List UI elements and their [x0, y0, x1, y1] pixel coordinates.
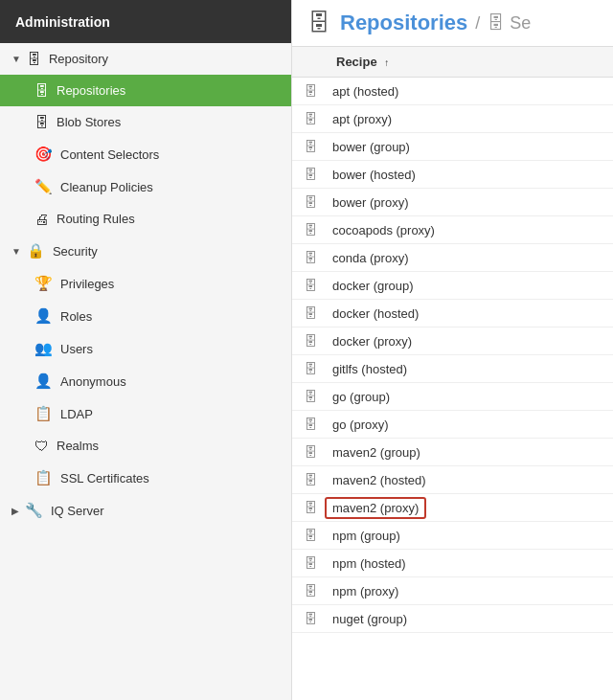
row-db-icon: 🗄	[292, 133, 325, 161]
row-name: docker (group)	[325, 272, 613, 300]
row-name: docker (hosted)	[325, 300, 613, 327]
sidebar-item-cleanup-policies[interactable]: ✏️ Cleanup Policies	[0, 170, 291, 203]
table-row[interactable]: 🗄docker (group)	[292, 272, 613, 300]
row-db-icon: 🗄	[292, 105, 325, 133]
table-row[interactable]: 🗄docker (proxy)	[292, 327, 613, 355]
security-section-label: Security	[53, 244, 98, 259]
breadcrumb-sub: 🗄 Se	[488, 13, 531, 34]
row-db-icon: 🗄	[292, 300, 325, 327]
table-row[interactable]: 🗄gitlfs (hosted)	[292, 355, 613, 383]
sidebar-item-anonymous[interactable]: 👤 Anonymous	[0, 365, 291, 397]
sidebar-item-realms[interactable]: 🛡 Realms	[0, 430, 291, 462]
sidebar-item-routing-rules[interactable]: 🖨 Routing Rules	[0, 203, 291, 235]
table-row[interactable]: 🗄go (proxy)	[292, 411, 613, 439]
sidebar-item-repositories[interactable]: 🗄 Repositories	[0, 75, 291, 106]
security-arrow-icon: ▼	[11, 246, 21, 257]
table-row[interactable]: 🗄maven2 (proxy)	[292, 494, 613, 522]
table-row[interactable]: 🗄apt (proxy)	[292, 105, 613, 133]
table-row[interactable]: 🗄bower (hosted)	[292, 161, 613, 189]
sidebar-item-roles[interactable]: 👤 Roles	[0, 300, 291, 332]
row-db-icon: 🗄	[292, 411, 325, 439]
table-row[interactable]: 🗄npm (proxy)	[292, 577, 613, 605]
sidebar-section-security[interactable]: ▼ 🔒 Security	[0, 235, 291, 267]
row-db-icon: 🗄	[292, 577, 325, 605]
table-row[interactable]: 🗄nuget (group)	[292, 605, 613, 633]
main-content: 🗄 Repositories / 🗄 Se Recipe ↑ 🗄apt (hos…	[292, 0, 613, 700]
row-name: npm (proxy)	[325, 577, 613, 605]
row-db-icon: 🗄	[292, 161, 325, 189]
sidebar-item-roles-label: Roles	[60, 309, 92, 324]
ssl-certificates-icon: 📋	[34, 469, 53, 486]
row-name: nuget (group)	[325, 605, 613, 633]
row-name: gitlfs (hosted)	[325, 355, 613, 383]
row-db-icon: 🗄	[292, 522, 325, 550]
row-name: bower (group)	[325, 133, 613, 161]
table-row[interactable]: 🗄npm (group)	[292, 522, 613, 550]
sidebar: Administration ▼ 🗄 Repository 🗄 Reposito…	[0, 0, 292, 700]
sidebar-item-repositories-label: Repositories	[57, 83, 125, 98]
realms-icon: 🛡	[34, 438, 49, 454]
table-row[interactable]: 🗄go (group)	[292, 383, 613, 411]
sidebar-item-anonymous-label: Anonymous	[60, 374, 126, 389]
roles-icon: 👤	[34, 307, 53, 325]
sidebar-item-ldap-label: LDAP	[60, 407, 93, 421]
sidebar-item-users[interactable]: 👥 Users	[0, 332, 291, 365]
table-row[interactable]: 🗄maven2 (hosted)	[292, 466, 613, 494]
repositories-icon: 🗄	[34, 82, 49, 99]
sidebar-section-repository[interactable]: ▼ 🗄 Repository	[0, 43, 291, 75]
routing-rules-icon: 🖨	[34, 211, 49, 227]
row-db-icon: 🗄	[292, 383, 325, 411]
table-row[interactable]: 🗄cocoapods (proxy)	[292, 216, 613, 244]
privileges-icon: 🏆	[34, 275, 53, 292]
table-body: 🗄apt (hosted)🗄apt (proxy)🗄bower (group)🗄…	[292, 78, 613, 633]
table-header-row: Recipe ↑	[292, 47, 613, 78]
table-row[interactable]: 🗄npm (hosted)	[292, 550, 613, 577]
blob-stores-icon: 🗄	[34, 114, 49, 130]
table-header-recipe[interactable]: Recipe ↑	[325, 47, 613, 78]
sidebar-header-title: Administration	[15, 14, 110, 30]
row-name: bower (hosted)	[325, 161, 613, 189]
repository-arrow-icon: ▼	[11, 54, 21, 64]
sidebar-item-iq-server[interactable]: ▶ 🔧 IQ Server	[0, 494, 291, 527]
table-row[interactable]: 🗄bower (proxy)	[292, 189, 613, 216]
ldap-icon: 📋	[34, 405, 53, 422]
repository-section-label: Repository	[49, 52, 108, 66]
sidebar-item-realms-label: Realms	[57, 439, 99, 453]
row-name: bower (proxy)	[325, 189, 613, 216]
row-name: maven2 (group)	[325, 439, 613, 466]
iq-server-icon: 🔧	[25, 502, 43, 519]
row-db-icon: 🗄	[292, 550, 325, 577]
row-db-icon: 🗄	[292, 78, 325, 105]
users-icon: 👥	[34, 340, 53, 357]
sidebar-item-blob-stores-label: Blob Stores	[57, 115, 121, 129]
iq-server-arrow-icon: ▶	[11, 506, 19, 516]
table-row[interactable]: 🗄bower (group)	[292, 133, 613, 161]
sidebar-item-privileges[interactable]: 🏆 Privileges	[0, 267, 291, 300]
row-db-icon: 🗄	[292, 466, 325, 494]
main-header: 🗄 Repositories / 🗄 Se	[292, 0, 613, 47]
sidebar-item-ldap[interactable]: 📋 LDAP	[0, 397, 291, 430]
row-name: npm (hosted)	[325, 550, 613, 577]
sidebar-item-ssl-certificates-label: SSL Certificates	[60, 471, 149, 485]
sidebar-item-users-label: Users	[60, 342, 93, 356]
row-name: maven2 (proxy)	[325, 494, 613, 522]
table-row[interactable]: 🗄apt (hosted)	[292, 78, 613, 105]
row-db-icon: 🗄	[292, 189, 325, 216]
row-name: conda (proxy)	[325, 244, 613, 272]
sidebar-item-blob-stores[interactable]: 🗄 Blob Stores	[0, 106, 291, 138]
sidebar-item-ssl-certificates[interactable]: 📋 SSL Certificates	[0, 462, 291, 494]
table-row[interactable]: 🗄docker (hosted)	[292, 300, 613, 327]
row-name: apt (proxy)	[325, 105, 613, 133]
row-name: apt (hosted)	[325, 78, 613, 105]
table-row[interactable]: 🗄conda (proxy)	[292, 244, 613, 272]
sidebar-item-cleanup-policies-label: Cleanup Policies	[60, 180, 153, 194]
repositories-table: Recipe ↑ 🗄apt (hosted)🗄apt (proxy)🗄bower…	[292, 47, 613, 633]
anonymous-icon: 👤	[34, 373, 53, 390]
row-db-icon: 🗄	[292, 272, 325, 300]
row-db-icon: 🗄	[292, 355, 325, 383]
sidebar-item-content-selectors-label: Content Selectors	[60, 147, 159, 162]
row-db-icon: 🗄	[292, 439, 325, 466]
sidebar-item-content-selectors[interactable]: 🎯 Content Selectors	[0, 138, 291, 170]
row-db-icon: 🗄	[292, 244, 325, 272]
table-row[interactable]: 🗄maven2 (group)	[292, 439, 613, 466]
